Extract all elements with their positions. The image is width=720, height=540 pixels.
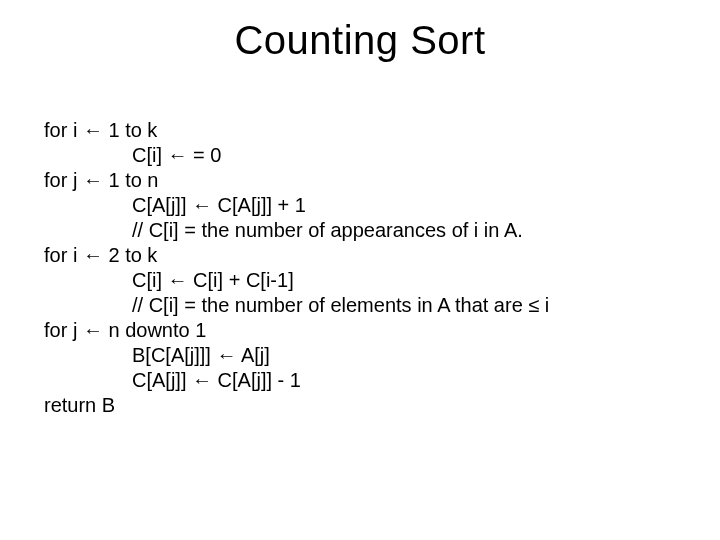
code-line: C[A[j]] ← C[A[j]] + 1 <box>44 193 676 218</box>
code-line: for j ← 1 to n <box>44 168 676 193</box>
code-line: C[A[j]] ← C[A[j]] - 1 <box>44 368 676 393</box>
code-line: // C[i] = the number of appearances of i… <box>44 218 676 243</box>
code-line: for j ← n downto 1 <box>44 318 676 343</box>
code-line: C[i] ← C[i] + C[i-1] <box>44 268 676 293</box>
pseudocode-block: for i ← 1 to k C[i] ← = 0 for j ← 1 to n… <box>44 118 676 418</box>
code-line: for i ← 1 to k <box>44 118 676 143</box>
code-line: // C[i] = the number of elements in A th… <box>44 293 676 318</box>
code-line: for i ← 2 to k <box>44 243 676 268</box>
code-line: B[C[A[j]]] ← A[j] <box>44 343 676 368</box>
code-line: C[i] ← = 0 <box>44 143 676 168</box>
code-line: return B <box>44 393 676 418</box>
slide-title: Counting Sort <box>0 18 720 63</box>
slide: Counting Sort for i ← 1 to k C[i] ← = 0 … <box>0 0 720 540</box>
